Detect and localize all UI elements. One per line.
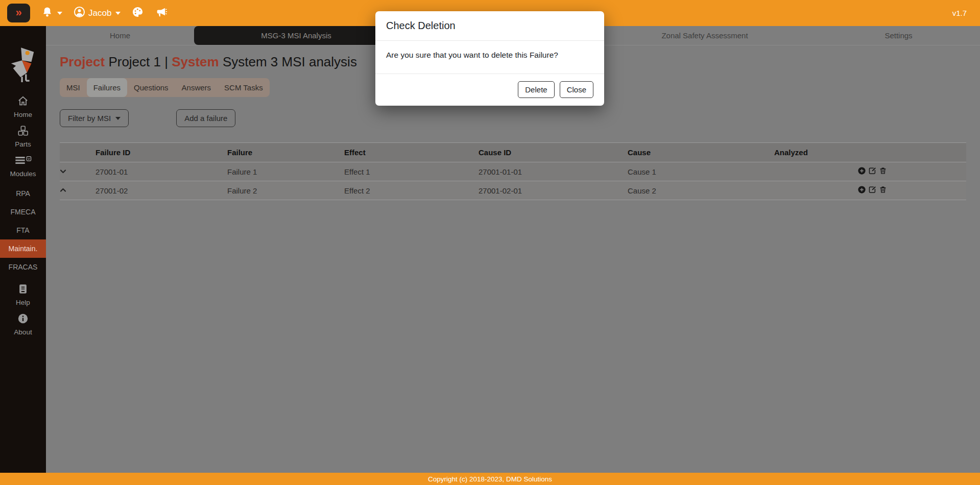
help-icon: [17, 283, 29, 296]
sidebar-item-fta[interactable]: FTA: [0, 221, 46, 239]
trash-icon[interactable]: [879, 186, 887, 193]
chevron-down-icon: [57, 12, 62, 15]
subtab-questions[interactable]: Questions: [127, 78, 175, 97]
notifications-menu[interactable]: [41, 6, 62, 20]
sidebar-toggle-button[interactable]: »: [7, 4, 30, 22]
footer: Copyright (c) 2018-2023, DMD Solutions: [0, 473, 980, 485]
chevron-down-icon: [60, 168, 66, 175]
check-deletion-modal: Check Deletion Are you sure that you wan…: [375, 11, 604, 106]
tab-home[interactable]: Home: [46, 26, 194, 45]
user-menu[interactable]: Jacob: [74, 6, 121, 20]
cell-failure: Failure 2: [227, 181, 344, 200]
row-actions: [858, 181, 966, 200]
collapse-row-toggle[interactable]: [60, 181, 95, 200]
cell-analyzed: [774, 181, 858, 200]
user-name: Jacob: [88, 8, 111, 18]
project-name: Project 1 |: [105, 54, 172, 69]
bell-icon: [41, 6, 53, 20]
column-header-effect: Effect: [344, 143, 479, 162]
copyright-text: Copyright (c) 2018-2023, DMD Solutions: [428, 475, 552, 483]
palette-icon: [132, 6, 144, 20]
megaphone-icon: [155, 6, 168, 20]
sidebar-item-help[interactable]: Help: [0, 283, 46, 306]
sidebar-item-fracas[interactable]: FRACAS: [0, 258, 46, 276]
cell-failure-id: 27001-02: [95, 181, 227, 200]
cell-cause: Cause 2: [628, 181, 774, 200]
chevron-up-icon: [60, 187, 66, 193]
failures-toolbar: Filter by MSI Add a failure: [60, 109, 966, 127]
chevron-down-icon: [115, 12, 121, 15]
sidebar-item-about[interactable]: About: [0, 313, 46, 336]
modal-message: Are you sure that you want to delete thi…: [375, 41, 604, 74]
column-header-cause-id: Cause ID: [479, 143, 628, 162]
tab-msg3-msi-analysis[interactable]: MSG-3 MSI Analysis: [194, 26, 398, 45]
sidebar-item-label: Home: [14, 111, 32, 118]
project-label: Project: [60, 54, 105, 69]
sidebar-item-label: About: [14, 328, 32, 336]
sidebar-item-home[interactable]: Home: [0, 95, 46, 118]
filter-by-msi-label: Filter by MSI: [68, 114, 111, 123]
sidebar-item-fmeca[interactable]: FMECA: [0, 203, 46, 221]
cell-cause-id: 27001-02-01: [479, 181, 628, 200]
tab-settings[interactable]: Settings: [817, 26, 980, 45]
subtab-scm-tasks[interactable]: SCM Tasks: [218, 78, 270, 97]
column-header-failure-id: Failure ID: [95, 143, 227, 162]
column-header-analyzed: Analyzed: [774, 143, 858, 162]
sidebar-toggle-icon: »: [15, 7, 21, 18]
cell-failure-id: 27001-01: [95, 162, 227, 181]
chevron-down-icon: [115, 117, 121, 120]
analysis-subtabs: MSI Failures Questions Answers SCM Tasks: [60, 78, 270, 97]
failures-table: Failure ID Failure Effect Cause ID Cause…: [60, 142, 966, 200]
parts-icon: [17, 125, 29, 138]
add-failure-label: Add a failure: [184, 114, 227, 123]
table-row: 27001-02 Failure 2 Effect 2 27001-02-01 …: [60, 181, 966, 200]
expand-column-header: [60, 143, 95, 162]
modal-title: Check Deletion: [375, 11, 604, 41]
app-logo: [7, 45, 39, 87]
cell-analyzed: [774, 162, 858, 181]
version-label: v1.7: [952, 9, 967, 17]
subtab-msi[interactable]: MSI: [60, 78, 87, 97]
modal-footer: Delete Close: [375, 74, 604, 106]
expand-row-toggle[interactable]: [60, 162, 95, 181]
table-header-row: Failure ID Failure Effect Cause ID Cause…: [60, 143, 966, 162]
cell-failure: Failure 1: [227, 162, 344, 181]
column-header-failure: Failure: [227, 143, 344, 162]
sidebar-item-modules[interactable]: Modules: [0, 155, 46, 178]
sidebar-item-maintain[interactable]: Maintain.: [0, 239, 46, 258]
theme-button[interactable]: [132, 6, 144, 20]
table-row: 27001-01 Failure 1 Effect 1 27001-01-01 …: [60, 162, 966, 181]
cell-cause: Cause 1: [628, 162, 774, 181]
sidebar-item-label: Modules: [10, 170, 36, 178]
cell-effect: Effect 2: [344, 181, 479, 200]
cell-cause-id: 27001-01-01: [479, 162, 628, 181]
subtab-failures[interactable]: Failures: [87, 78, 127, 97]
modules-icon: [14, 155, 32, 167]
tab-zonal-safety-assessment[interactable]: Zonal Safety Assessment: [592, 26, 817, 45]
sidebar-item-label: Help: [16, 299, 30, 306]
filter-by-msi-dropdown[interactable]: Filter by MSI: [60, 109, 129, 127]
cell-effect: Effect 1: [344, 162, 479, 181]
delete-button[interactable]: Delete: [518, 81, 554, 98]
home-icon: [17, 95, 29, 108]
person-circle-icon: [74, 6, 85, 20]
trash-icon[interactable]: [879, 167, 887, 175]
subtab-answers[interactable]: Answers: [175, 78, 218, 97]
sidebar: Home Parts Modules RPA FMECA FTA Maintai…: [0, 26, 46, 473]
plus-circle-icon[interactable]: [858, 167, 866, 175]
actions-column-header: [858, 143, 966, 162]
system-name: System 3 MSI analysis: [219, 54, 357, 69]
sidebar-item-label: Parts: [15, 140, 31, 148]
system-label: System: [172, 54, 219, 69]
column-header-cause: Cause: [628, 143, 774, 162]
row-actions: [858, 162, 966, 181]
about-icon: [17, 313, 29, 326]
announcements-button[interactable]: [155, 6, 168, 20]
edit-icon[interactable]: [869, 186, 876, 193]
edit-icon[interactable]: [869, 167, 876, 175]
sidebar-item-parts[interactable]: Parts: [0, 125, 46, 148]
plus-circle-icon[interactable]: [858, 186, 866, 193]
add-failure-button[interactable]: Add a failure: [176, 109, 235, 127]
sidebar-item-rpa[interactable]: RPA: [0, 184, 46, 203]
close-button[interactable]: Close: [560, 81, 593, 98]
